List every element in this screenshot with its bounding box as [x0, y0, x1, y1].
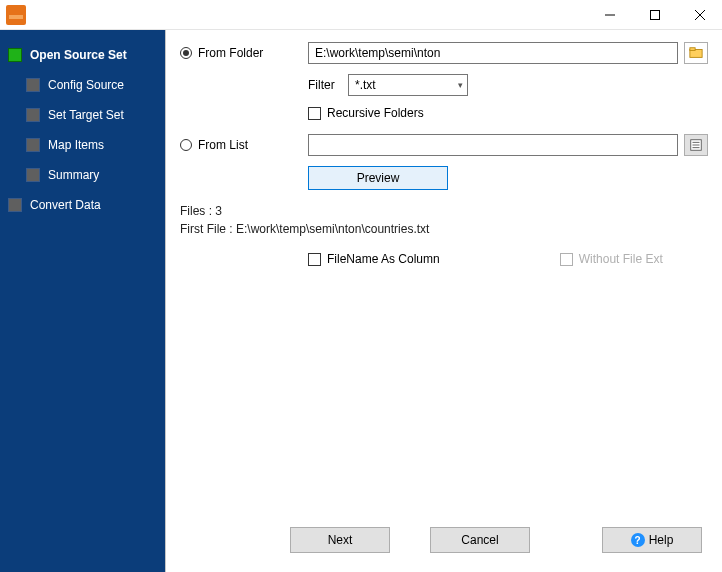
filter-value: *.txt	[355, 78, 376, 92]
from-list-radio-group[interactable]: From List	[180, 138, 308, 152]
filter-combobox[interactable]: *.txt ▾	[348, 74, 468, 96]
list-path-input[interactable]	[308, 134, 678, 156]
help-label: Help	[649, 533, 674, 547]
filename-as-column-label: FileName As Column	[327, 252, 440, 266]
list-icon	[689, 138, 703, 152]
step-label: Map Items	[48, 138, 104, 152]
svg-rect-1	[650, 10, 659, 19]
step-status-icon	[26, 138, 40, 152]
from-folder-radio[interactable]	[180, 47, 192, 59]
step-label: Config Source	[48, 78, 124, 92]
from-folder-radio-group[interactable]: From Folder	[180, 46, 308, 60]
step-status-icon	[26, 168, 40, 182]
svg-rect-5	[690, 48, 695, 51]
maximize-button[interactable]	[632, 0, 677, 30]
help-button[interactable]: ? Help	[602, 527, 702, 553]
from-list-label: From List	[198, 138, 248, 152]
minimize-button[interactable]	[587, 0, 632, 30]
app-logo-icon	[6, 5, 26, 25]
help-icon: ?	[631, 533, 645, 547]
step-label: Open Source Set	[30, 48, 127, 62]
folder-path-input[interactable]	[308, 42, 678, 64]
first-file-text: First File : E:\work\temp\semi\nton\coun…	[180, 222, 708, 236]
cancel-button[interactable]: Cancel	[430, 527, 530, 553]
recursive-label: Recursive Folders	[327, 106, 424, 120]
step-label: Set Target Set	[48, 108, 124, 122]
step-status-icon	[26, 78, 40, 92]
step-config-source[interactable]: Config Source	[0, 70, 165, 100]
browse-list-button[interactable]	[684, 134, 708, 156]
filter-label: Filter	[308, 78, 348, 92]
recursive-checkbox[interactable]	[308, 107, 321, 120]
step-status-icon	[8, 198, 22, 212]
recursive-folders-checkbox-group[interactable]: Recursive Folders	[308, 106, 424, 120]
without-file-ext-group: Without File Ext	[560, 252, 663, 266]
step-open-source-set[interactable]: Open Source Set	[0, 40, 165, 70]
preview-button[interactable]: Preview	[308, 166, 448, 190]
close-button[interactable]	[677, 0, 722, 30]
window-controls	[587, 0, 722, 30]
cancel-label: Cancel	[461, 533, 498, 547]
step-map-items[interactable]: Map Items	[0, 130, 165, 160]
window-titlebar	[0, 0, 722, 30]
browse-folder-button[interactable]	[684, 42, 708, 64]
step-set-target-set[interactable]: Set Target Set	[0, 100, 165, 130]
wizard-footer: Next Cancel ? Help	[180, 518, 708, 562]
from-folder-label: From Folder	[198, 46, 263, 60]
folder-icon	[689, 46, 703, 60]
step-summary[interactable]: Summary	[0, 160, 165, 190]
content-panel: From Folder Filter *.txt ▾	[165, 30, 722, 572]
without-file-ext-label: Without File Ext	[579, 252, 663, 266]
without-file-ext-checkbox	[560, 253, 573, 266]
step-label: Summary	[48, 168, 99, 182]
next-button[interactable]: Next	[290, 527, 390, 553]
next-label: Next	[328, 533, 353, 547]
chevron-down-icon: ▾	[458, 80, 463, 90]
files-count-text: Files : 3	[180, 204, 708, 218]
filename-as-column-checkbox[interactable]	[308, 253, 321, 266]
wizard-steps-sidebar: Open Source Set Config Source Set Target…	[0, 30, 165, 572]
step-status-icon	[26, 108, 40, 122]
preview-label: Preview	[357, 171, 400, 185]
step-convert-data[interactable]: Convert Data	[0, 190, 165, 220]
step-label: Convert Data	[30, 198, 101, 212]
step-status-icon	[8, 48, 22, 62]
from-list-radio[interactable]	[180, 139, 192, 151]
filename-as-column-group[interactable]: FileName As Column	[308, 252, 440, 266]
